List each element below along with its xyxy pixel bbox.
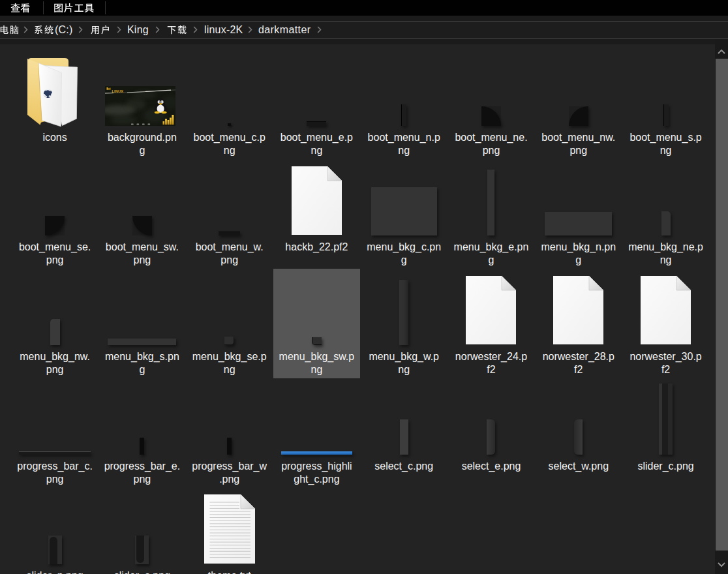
- svg-text:LINUX: LINUX: [112, 89, 124, 93]
